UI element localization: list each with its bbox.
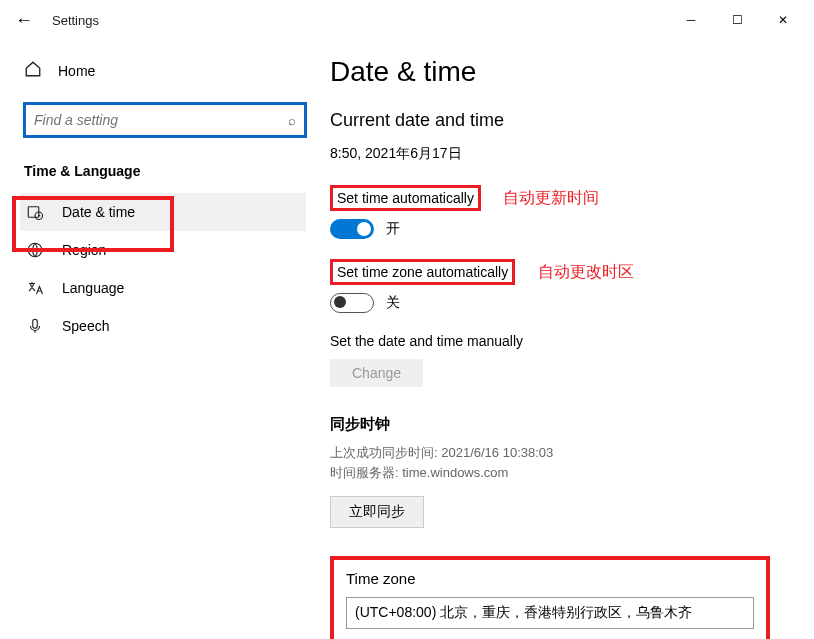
annotation-auto-time: 自动更新时间 xyxy=(503,189,599,206)
sidebar-item-label: Region xyxy=(62,242,106,258)
search-input[interactable] xyxy=(34,112,288,128)
section-header: Time & Language xyxy=(24,163,306,179)
calendar-clock-icon xyxy=(26,203,44,221)
sidebar-item-label: Date & time xyxy=(62,204,135,220)
home-icon xyxy=(24,60,42,81)
sidebar-item-speech[interactable]: Speech xyxy=(20,307,306,345)
minimize-button[interactable]: ─ xyxy=(668,4,714,36)
sidebar-item-label: Language xyxy=(62,280,124,296)
annotation-auto-tz: 自动更改时区 xyxy=(538,263,634,280)
set-tz-auto-toggle[interactable] xyxy=(330,293,374,313)
sidebar-item-date-time[interactable]: Date & time xyxy=(20,193,306,231)
timezone-label: Time zone xyxy=(346,570,754,587)
sidebar-item-label: Speech xyxy=(62,318,109,334)
close-button[interactable]: ✕ xyxy=(760,4,806,36)
sidebar-item-region[interactable]: Region xyxy=(20,231,306,269)
sidebar-item-language[interactable]: Language xyxy=(20,269,306,307)
sync-heading: 同步时钟 xyxy=(330,415,774,434)
search-box[interactable]: ⌕ xyxy=(24,103,306,137)
home-nav[interactable]: Home xyxy=(24,52,306,89)
language-icon xyxy=(26,279,44,297)
set-time-auto-label: Set time automatically xyxy=(330,185,481,211)
page-heading: Date & time xyxy=(330,56,774,88)
set-tz-auto-label: Set time zone automatically xyxy=(330,259,515,285)
timezone-select[interactable]: (UTC+08:00) 北京，重庆，香港特别行政区，乌鲁木齐 xyxy=(346,597,754,629)
toggle-state-label: 关 xyxy=(386,294,400,312)
maximize-button[interactable]: ☐ xyxy=(714,4,760,36)
search-icon: ⌕ xyxy=(288,113,296,128)
sync-now-button[interactable]: 立即同步 xyxy=(330,496,424,528)
sync-server: 时间服务器: time.windows.com xyxy=(330,464,774,482)
svg-rect-3 xyxy=(33,319,38,328)
set-time-auto-toggle[interactable] xyxy=(330,219,374,239)
manual-set-label: Set the date and time manually xyxy=(330,333,774,349)
sync-last-success: 上次成功同步时间: 2021/6/16 10:38:03 xyxy=(330,444,774,462)
current-datetime: 8:50, 2021年6月17日 xyxy=(330,145,774,163)
change-button: Change xyxy=(330,359,423,387)
home-label: Home xyxy=(58,63,95,79)
page-subheading: Current date and time xyxy=(330,110,774,131)
window-title: Settings xyxy=(52,13,99,28)
microphone-icon xyxy=(26,317,44,335)
toggle-state-label: 开 xyxy=(386,220,400,238)
back-button[interactable]: ← xyxy=(8,4,40,36)
globe-icon xyxy=(26,241,44,259)
timezone-section: Time zone (UTC+08:00) 北京，重庆，香港特别行政区，乌鲁木齐 xyxy=(330,556,770,639)
